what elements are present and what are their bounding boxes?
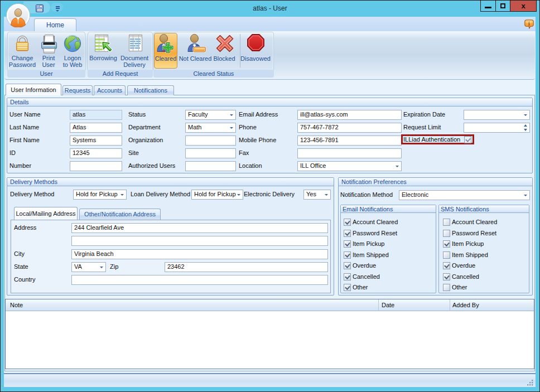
- svg-text:i: i: [528, 21, 530, 27]
